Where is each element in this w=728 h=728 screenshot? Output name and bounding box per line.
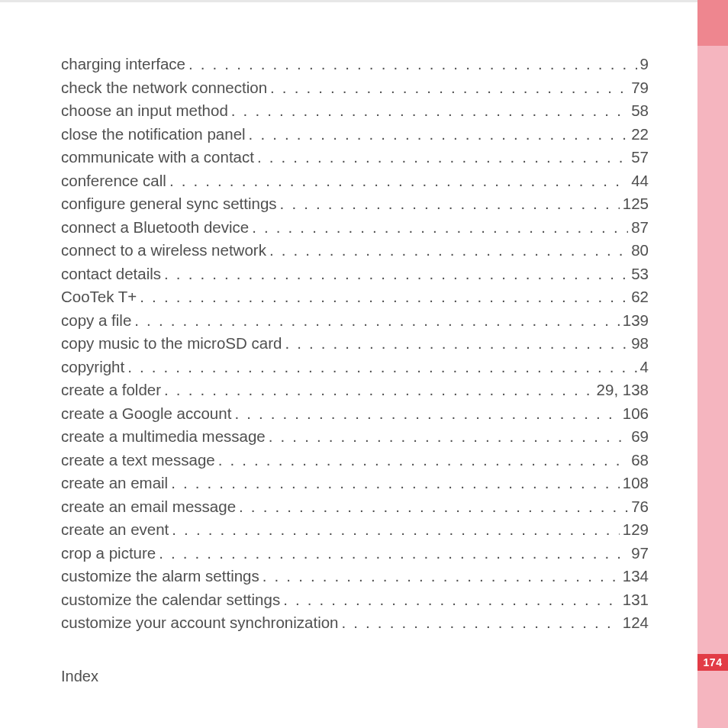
index-entry-page: 131 — [623, 592, 649, 608]
dot-leader: . . . . . . . . . . . . . . . . . . . . … — [164, 266, 628, 282]
index-entry-page: 53 — [631, 266, 649, 282]
dot-leader: . . . . . . . . . . . . . . . . . . . . … — [239, 499, 628, 515]
index-entry-label: customize the calendar settings — [61, 592, 280, 608]
index-entry: CooTek T+ . . . . . . . . . . . . . . . … — [61, 289, 649, 305]
index-entry-page: 97 — [631, 546, 649, 562]
index-entry-label: create an email — [61, 475, 168, 491]
index-entry-label: configure general sync settings — [61, 196, 277, 212]
index-entry-label: connect to a wireless network — [61, 243, 266, 259]
dot-leader: . . . . . . . . . . . . . . . . . . . . … — [231, 103, 628, 119]
index-entry-label: close the notification panel — [61, 127, 246, 143]
index-entry-label: create a Google account — [61, 406, 231, 422]
index-entry: configure general sync settings . . . . … — [61, 196, 649, 212]
dot-leader: . . . . . . . . . . . . . . . . . . . . … — [169, 173, 628, 189]
dot-leader: . . . . . . . . . . . . . . . . . . . . … — [188, 56, 637, 72]
dot-leader: . . . . . . . . . . . . . . . . . . . . … — [252, 220, 628, 236]
index-entry-page: 57 — [631, 150, 649, 166]
section-title: Index — [61, 668, 98, 685]
dot-leader: . . . . . . . . . . . . . . . . . . . . … — [134, 313, 619, 329]
document-page: 174 charging interface . . . . . . . . .… — [0, 0, 728, 728]
index-entry-page: 108 — [623, 475, 649, 491]
page-number-text: 174 — [704, 656, 723, 668]
dot-leader: . . . . . . . . . . . . . . . . . . . . … — [270, 80, 628, 96]
index-entry: create an email message . . . . . . . . … — [61, 499, 649, 515]
index-entry-label: contact details — [61, 266, 161, 282]
index-entry: create a text message . . . . . . . . . … — [61, 453, 649, 469]
index-entry-label: create a folder — [61, 382, 161, 398]
dot-leader: . . . . . . . . . . . . . . . . . . . . … — [127, 359, 636, 375]
dot-leader: . . . . . . . . . . . . . . . . . . . . … — [269, 243, 628, 259]
dot-leader: . . . . . . . . . . . . . . . . . . . . … — [234, 406, 619, 422]
index-entry-label: check the network connection — [61, 80, 267, 96]
index-entry-page: 4 — [640, 359, 649, 375]
dot-leader: . . . . . . . . . . . . . . . . . . . . … — [159, 546, 628, 562]
index-entry-label: customize your account synchronization — [61, 615, 339, 631]
page-number-badge: 174 — [697, 654, 728, 671]
index-entry-label: choose an input method — [61, 103, 228, 119]
index-entry: check the network connection . . . . . .… — [61, 80, 649, 96]
index-entry-page: 139 — [623, 313, 649, 329]
dot-leader: . . . . . . . . . . . . . . . . . . . . … — [269, 429, 628, 445]
index-entry-label: copyright — [61, 359, 124, 375]
index-entry-page: 62 — [631, 289, 649, 305]
index-entry-label: create a multimedia message — [61, 429, 266, 445]
index-entry: create a multimedia message . . . . . . … — [61, 429, 649, 445]
index-entry: create an email . . . . . . . . . . . . … — [61, 475, 649, 491]
dot-leader: . . . . . . . . . . . . . . . . . . . . … — [342, 615, 620, 631]
index-entry-page: 68 — [631, 453, 649, 469]
dot-leader: . . . . . . . . . . . . . . . . . . . . … — [171, 475, 620, 491]
index-entry-page: 87 — [631, 220, 649, 236]
index-entry-page: 125 — [623, 196, 649, 212]
dot-leader: . . . . . . . . . . . . . . . . . . . . … — [249, 127, 629, 143]
index-entry-page: 29, 138 — [597, 382, 649, 398]
dot-leader: . . . . . . . . . . . . . . . . . . . . … — [218, 453, 629, 469]
dot-leader: . . . . . . . . . . . . . . . . . . . . … — [280, 196, 620, 212]
index-entry: contact details . . . . . . . . . . . . … — [61, 266, 649, 282]
dot-leader: . . . . . . . . . . . . . . . . . . . . … — [140, 289, 628, 305]
index-entry: connect to a wireless network . . . . . … — [61, 243, 649, 259]
index-entry-page: 134 — [623, 569, 649, 585]
index-entry-page: 129 — [623, 522, 649, 538]
index-entry-label: CooTek T+ — [61, 289, 137, 305]
index-entry-page: 124 — [623, 615, 649, 631]
dot-leader: . . . . . . . . . . . . . . . . . . . . … — [257, 150, 628, 166]
index-entry-page: 58 — [631, 103, 649, 119]
index-entry: copyright . . . . . . . . . . . . . . . … — [61, 359, 649, 375]
index-entry-page: 22 — [631, 127, 649, 143]
index-entry-page: 79 — [631, 80, 649, 96]
index-entry-label: communicate with a contact — [61, 150, 254, 166]
index-entry-label: customize the alarm settings — [61, 569, 259, 585]
index-entry: create a Google account . . . . . . . . … — [61, 406, 649, 422]
index-entry-label: charging interface — [61, 56, 185, 72]
index-entry-page: 98 — [631, 336, 649, 352]
dot-leader: . . . . . . . . . . . . . . . . . . . . … — [285, 336, 628, 352]
index-entry: conference call . . . . . . . . . . . . … — [61, 173, 649, 189]
index-entry: choose an input method . . . . . . . . .… — [61, 103, 649, 119]
index-entry: create an event . . . . . . . . . . . . … — [61, 522, 649, 538]
index-entry: crop a picture . . . . . . . . . . . . .… — [61, 546, 649, 562]
dot-leader: . . . . . . . . . . . . . . . . . . . . … — [283, 592, 620, 608]
index-entry-label: create a text message — [61, 453, 215, 469]
index-entry: close the notification panel . . . . . .… — [61, 127, 649, 143]
index-entry-label: create an email message — [61, 499, 236, 515]
index-entry-label: conference call — [61, 173, 166, 189]
index-entry: communicate with a contact . . . . . . .… — [61, 150, 649, 166]
page-top-edge — [0, 0, 697, 2]
index-entry-label: copy music to the microSD card — [61, 336, 282, 352]
index-entry: create a folder . . . . . . . . . . . . … — [61, 382, 649, 398]
index-entry: customize the alarm settings . . . . . .… — [61, 569, 649, 585]
index-entry: charging interface . . . . . . . . . . .… — [61, 56, 649, 72]
index-entry: customize your account synchronization .… — [61, 615, 649, 631]
index-entries: charging interface . . . . . . . . . . .… — [61, 56, 649, 639]
dot-leader: . . . . . . . . . . . . . . . . . . . . … — [172, 522, 619, 538]
index-entry-page: 106 — [623, 406, 649, 422]
index-entry-label: crop a picture — [61, 546, 156, 562]
side-tab-bar — [697, 0, 728, 728]
index-entry: connect a Bluetooth device . . . . . . .… — [61, 220, 649, 236]
index-entry-label: copy a file — [61, 313, 131, 329]
index-entry-page: 69 — [631, 429, 649, 445]
dot-leader: . . . . . . . . . . . . . . . . . . . . … — [263, 569, 620, 585]
index-entry-page: 9 — [640, 56, 649, 72]
index-entry: customize the calendar settings . . . . … — [61, 592, 649, 608]
index-entry: copy a file . . . . . . . . . . . . . . … — [61, 313, 649, 329]
